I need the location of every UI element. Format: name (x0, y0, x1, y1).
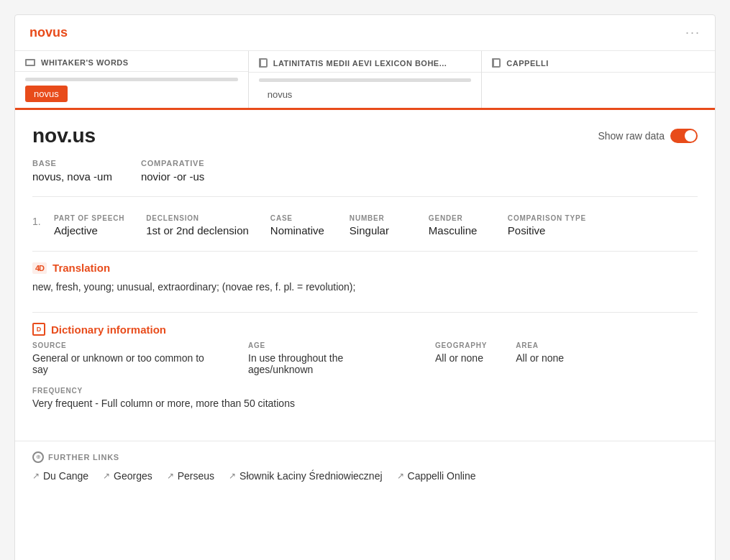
link-cappelli-online[interactable]: ↗ Cappelli Online (397, 470, 476, 482)
tab-latinitatis[interactable]: LATINITATIS MEDII AEVI LEXICON BOHE... n… (249, 51, 483, 108)
age-label: AGE (248, 341, 406, 349)
grammar-index: 1. (32, 214, 54, 227)
word-heading-row: nov.us Show raw data (32, 124, 698, 147)
translation-icon: 4D (32, 262, 47, 274)
tab-whitakers-label: WHITAKER'S WORDS (41, 58, 129, 67)
tab-cappelli-label: CAPPELLI (506, 59, 548, 68)
tab-latinitatis-pill[interactable]: novus (259, 86, 301, 103)
raw-data-toggle[interactable] (670, 129, 698, 143)
number-value: Singular (350, 224, 407, 237)
dictionary-info-section: D Dictionary information SOURCE General … (32, 312, 698, 419)
frequency-field: FREQUENCY Very frequent - Full column or… (32, 387, 698, 409)
source-field: SOURCE General or unknown or too common … (32, 341, 219, 375)
dict-info-grid: SOURCE General or unknown or too common … (32, 341, 698, 375)
age-field: AGE In use throughout the ages/unknown (248, 341, 406, 375)
tab-latinitatis-body: novus (249, 73, 482, 108)
translation-title: Translation (53, 262, 110, 274)
menu-button[interactable]: ··· (685, 25, 701, 40)
geography-field: GEOGRAPHY All or none (435, 341, 487, 375)
forms-row: BASE novus, nova -um COMPARATIVE novior … (32, 159, 698, 183)
tab-whitakers[interactable]: WHITAKER'S WORDS novus (15, 51, 249, 108)
geography-value: All or none (435, 352, 487, 364)
tab-cappelli-body (482, 73, 715, 86)
tab-whitakers-header: WHITAKER'S WORDS (15, 51, 248, 72)
further-links-section: ⊕ FURTHER LINKS ↗ Du Cange ↗ Georges ↗ P… (15, 441, 715, 492)
translation-header: 4D Translation (32, 262, 698, 274)
number-label: NUMBER (350, 214, 407, 222)
book-icon (259, 58, 268, 68)
dict-icon: D (32, 323, 45, 336)
external-icon-2: ↗ (103, 471, 110, 481)
external-icon-3: ↗ (167, 471, 174, 481)
links-row: ↗ Du Cange ↗ Georges ↗ Perseus ↗ Słownik… (32, 470, 698, 482)
translation-section: 4D Translation new, fresh, young; unusua… (32, 251, 698, 305)
tab-latinitatis-header: LATINITATIS MEDII AEVI LEXICON BOHE... (249, 51, 482, 73)
external-icon-4: ↗ (229, 471, 236, 481)
translation-text: new, fresh, young; unusual, extraordinar… (32, 280, 698, 295)
base-form: BASE novus, nova -um (32, 159, 112, 183)
declension-label: DECLENSION (146, 214, 249, 222)
case-label: CASE (270, 214, 328, 222)
raw-data-label: Show raw data (598, 130, 665, 142)
gender-label: GENDER (429, 214, 486, 222)
source-label: SOURCE (32, 341, 219, 349)
comparison-type-label: COMPARISON TYPE (508, 214, 586, 222)
dict-info-header: D Dictionary information (32, 323, 698, 336)
grammar-row-1: 1. PART OF SPEECH Adjective DECLENSION 1… (32, 207, 698, 244)
field-declension: DECLENSION 1st or 2nd declension (146, 214, 249, 237)
gender-value: Masculine (429, 224, 486, 237)
search-bar-whitakers (25, 78, 238, 81)
tabs-section: WHITAKER'S WORDS novus LATINITATIS MEDII… (15, 51, 715, 110)
link-du-cange[interactable]: ↗ Du Cange (32, 470, 88, 482)
app-container: novus ··· WHITAKER'S WORDS novus LATINIT… (14, 14, 716, 560)
dict-info-title: Dictionary information (51, 323, 166, 336)
link-slownik[interactable]: ↗ Słownik Łaciny Średniowiecznej (229, 470, 382, 482)
divider-1 (32, 196, 698, 197)
area-label: AREA (516, 341, 564, 349)
tab-whitakers-pill[interactable]: novus (25, 86, 68, 102)
field-case: CASE Nominative (270, 214, 328, 237)
further-links-title: FURTHER LINKS (48, 453, 119, 462)
source-value: General or unknown or too common to say (32, 352, 219, 375)
tab-cappelli[interactable]: CAPPELLI (482, 51, 715, 108)
monitor-icon (25, 59, 35, 66)
app-header: novus ··· (15, 15, 715, 51)
comparative-label: COMPARATIVE (141, 159, 204, 167)
comparison-type-value: Positive (508, 224, 586, 237)
external-icon-1: ↗ (32, 471, 40, 481)
frequency-value: Very frequent - Full column or more, mor… (32, 398, 698, 409)
field-part-of-speech: PART OF SPEECH Adjective (54, 214, 124, 237)
tab-cappelli-header: CAPPELLI (482, 51, 715, 73)
link-georges[interactable]: ↗ Georges (103, 470, 152, 482)
pos-value: Adjective (54, 224, 124, 237)
app-title: novus (29, 25, 68, 40)
pos-label: PART OF SPEECH (54, 214, 124, 222)
area-field: AREA All or none (516, 341, 564, 375)
book-icon-2 (492, 58, 501, 68)
field-comparison-type: COMPARISON TYPE Positive (508, 214, 586, 237)
search-bar-latinitatis (259, 78, 472, 82)
comparative-value: novior -or -us (141, 170, 204, 183)
field-number: NUMBER Singular (350, 214, 407, 237)
raw-data-row: Show raw data (598, 129, 698, 143)
tab-whitakers-body: novus (15, 72, 248, 107)
grammar-fields: PART OF SPEECH Adjective DECLENSION 1st … (54, 214, 698, 237)
main-content: nov.us Show raw data BASE novus, nova -u… (15, 110, 715, 433)
base-value: novus, nova -um (32, 170, 112, 183)
word-heading: nov.us (32, 124, 96, 147)
case-value: Nominative (270, 224, 328, 237)
tab-latinitatis-label: LATINITATIS MEDII AEVI LEXICON BOHE... (273, 59, 447, 68)
base-label: BASE (32, 159, 112, 167)
age-value: In use throughout the ages/unknown (248, 352, 406, 375)
field-gender: GENDER Masculine (429, 214, 486, 237)
further-links-header: ⊕ FURTHER LINKS (32, 451, 698, 463)
further-links-icon: ⊕ (32, 451, 44, 463)
frequency-label: FREQUENCY (32, 387, 698, 395)
link-perseus[interactable]: ↗ Perseus (167, 470, 214, 482)
comparative-form: COMPARATIVE novior -or -us (141, 159, 204, 183)
declension-value: 1st or 2nd declension (146, 224, 249, 237)
area-value: All or none (516, 352, 564, 364)
geography-label: GEOGRAPHY (435, 341, 487, 349)
external-icon-5: ↗ (397, 471, 404, 481)
